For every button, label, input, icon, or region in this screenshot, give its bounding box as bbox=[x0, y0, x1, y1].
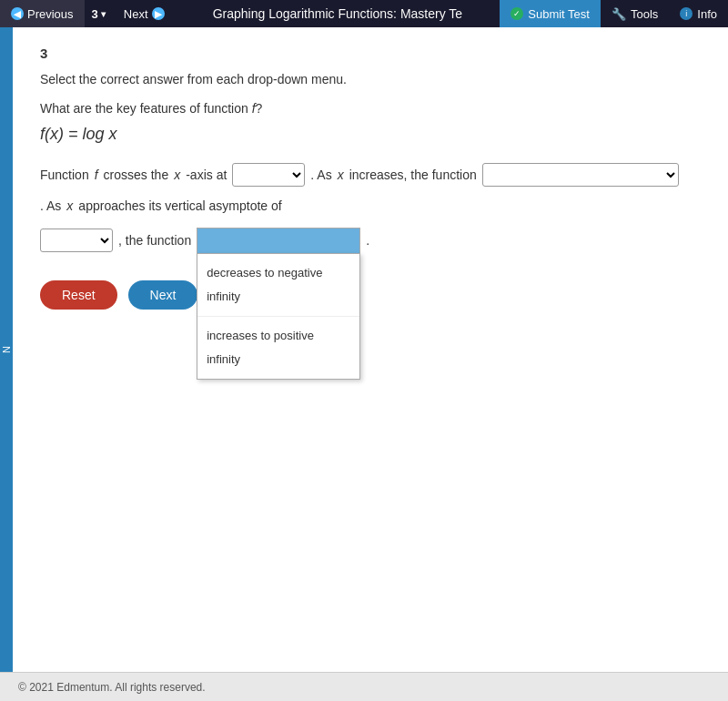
chevron-down-icon: ▾ bbox=[101, 9, 106, 19]
question-text-prefix: What are the key features of function bbox=[40, 101, 252, 116]
top-bar-left: ◀ Previous 3 ▾ Next ▶ bbox=[0, 0, 176, 27]
dropdown-asymptote-value[interactable]: 0 1 -1 bbox=[40, 229, 113, 252]
main-container: N 3 Select the correct answer from each … bbox=[0, 27, 728, 672]
next-icon: ▶ bbox=[152, 7, 165, 20]
question-num-value: 3 bbox=[92, 7, 98, 21]
text-x2: x bbox=[338, 162, 344, 188]
reset-button[interactable]: Reset bbox=[40, 280, 117, 310]
buttons-row: Reset Next bbox=[40, 280, 701, 310]
dropdown-open-header[interactable] bbox=[197, 228, 360, 253]
formula-f: f(x) = log x bbox=[40, 125, 117, 143]
text-x3: x bbox=[66, 193, 73, 218]
dropdown-crosses-at[interactable]: 0 1 -1 10 bbox=[232, 163, 305, 187]
text-approaches: approaches its vertical asymptote of bbox=[78, 193, 281, 218]
submit-label: Submit Test bbox=[528, 7, 590, 21]
question-number-display: 3 ▾ bbox=[85, 7, 113, 21]
wrench-icon: 🔧 bbox=[612, 7, 626, 21]
question-text-suffix: ? bbox=[256, 101, 263, 116]
question-text: What are the key features of function f? bbox=[40, 101, 701, 116]
left-accent-bar: N bbox=[0, 27, 13, 672]
text-as2: . As bbox=[40, 193, 61, 218]
top-navigation-bar: ◀ Previous 3 ▾ Next ▶ Graphing Logarithm… bbox=[0, 0, 728, 27]
footer: © 2021 Edmentum. All rights reserved. bbox=[0, 672, 728, 701]
text-as1: . As bbox=[310, 162, 331, 188]
tools-button[interactable]: 🔧 Tools bbox=[601, 0, 669, 27]
submit-test-button[interactable]: ✓ Submit Test bbox=[500, 0, 601, 27]
copyright-text: © 2021 Edmentum. All rights reserved. bbox=[18, 681, 206, 694]
math-formula: f(x) = log x bbox=[40, 125, 701, 144]
dropdown-as-x-increases[interactable]: increases to positive infinity decreases… bbox=[482, 163, 679, 187]
page-title: Graphing Logarithmic Functions: Mastery … bbox=[176, 6, 500, 21]
info-icon: i bbox=[680, 7, 693, 20]
text-f-italic: f bbox=[95, 162, 98, 188]
previous-icon: ◀ bbox=[11, 7, 24, 20]
top-bar-right: ✓ Submit Test 🔧 Tools i Info bbox=[500, 0, 728, 27]
dropdown-item-decreases[interactable]: decreases to negative infinity bbox=[197, 254, 359, 317]
info-button[interactable]: i Info bbox=[669, 0, 728, 27]
left-accent-label: N bbox=[1, 346, 12, 353]
text-axis: -axis at bbox=[186, 162, 227, 188]
dropdown-item-increases[interactable]: increases to positive infinity bbox=[197, 317, 359, 379]
submit-icon: ✓ bbox=[511, 7, 523, 20]
content-area: 3 Select the correct answer from each dr… bbox=[13, 27, 728, 672]
text-increases: increases, the function bbox=[349, 162, 477, 188]
text-function: Function bbox=[40, 162, 89, 188]
next-answer-button[interactable]: Next bbox=[128, 280, 198, 310]
text-x-axis: x bbox=[174, 162, 180, 188]
text-crosses: crosses the bbox=[104, 162, 169, 188]
sentence-row-2: 0 1 -1 , the function decreases to negat… bbox=[40, 228, 701, 253]
info-label: Info bbox=[697, 7, 717, 21]
instruction-text: Select the correct answer from each drop… bbox=[40, 72, 701, 86]
dropdown-list: decreases to negative infinity increases… bbox=[197, 253, 360, 380]
previous-label: Previous bbox=[27, 7, 74, 21]
previous-button[interactable]: ◀ Previous bbox=[0, 0, 85, 27]
text-the-function: , the function bbox=[118, 228, 191, 253]
text-period: . bbox=[366, 228, 369, 253]
dropdown-open-wrapper: decreases to negative infinity increases… bbox=[197, 228, 360, 253]
next-label: Next bbox=[124, 7, 148, 21]
next-button[interactable]: Next ▶ bbox=[113, 0, 176, 27]
question-number: 3 bbox=[40, 46, 701, 61]
tools-label: Tools bbox=[631, 7, 658, 21]
sentence-row-1: Function f crosses the x-axis at 0 1 -1 … bbox=[40, 162, 701, 218]
dropdown-open-list: decreases to negative infinity increases… bbox=[197, 253, 360, 380]
